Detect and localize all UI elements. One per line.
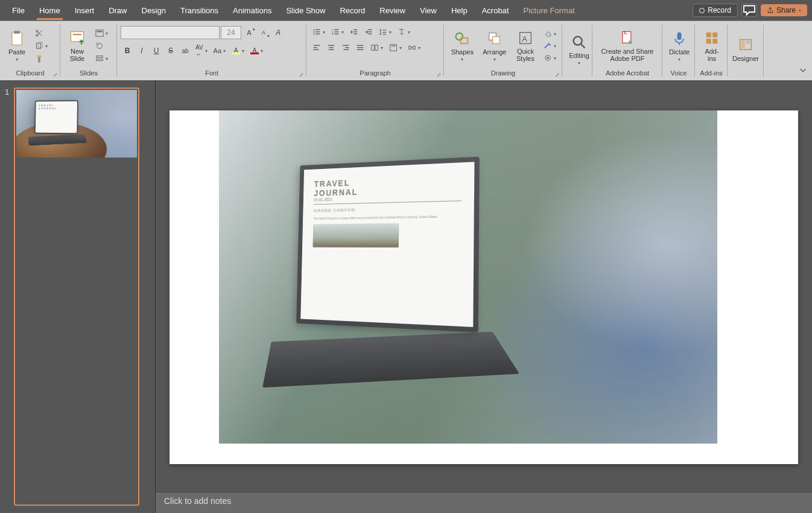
change-case-button[interactable]: Aa▾ bbox=[211, 46, 228, 56]
format-painter-button[interactable] bbox=[33, 53, 46, 65]
highlight-button[interactable]: A▾ bbox=[229, 46, 247, 56]
share-icon bbox=[767, 7, 774, 14]
svg-point-16 bbox=[314, 33, 315, 34]
cut-button[interactable] bbox=[33, 27, 46, 39]
slide-thumbnail[interactable]: TRAVEL JOURNAL bbox=[16, 90, 137, 158]
dialog-launcher[interactable]: ⤢ bbox=[299, 72, 304, 78]
increase-font-button[interactable]: A▴ bbox=[243, 27, 256, 39]
group-label: Paragraph bbox=[360, 69, 390, 77]
tab-view[interactable]: View bbox=[413, 2, 444, 19]
tab-help[interactable]: Help bbox=[444, 2, 475, 19]
svg-rect-47 bbox=[390, 45, 397, 51]
reset-button[interactable] bbox=[93, 40, 106, 52]
svg-rect-10 bbox=[97, 56, 103, 58]
main-area: 1 TRAVEL JOURNAL bbox=[0, 80, 812, 513]
record-icon bbox=[699, 8, 705, 13]
editing-button[interactable]: Editing▾ bbox=[566, 33, 592, 67]
paste-button[interactable]: Paste ▾ bbox=[4, 29, 30, 63]
shape-outline-button[interactable]: ▾ bbox=[541, 40, 559, 51]
section-button[interactable]: ▾ bbox=[93, 53, 110, 64]
decrease-indent-button[interactable] bbox=[347, 26, 361, 38]
group-acrobat: Create and Share Adobe PDF Adobe Acrobat bbox=[592, 21, 662, 80]
slide-thumbnail-panel[interactable]: 1 TRAVEL JOURNAL bbox=[0, 80, 156, 513]
tab-draw[interactable]: Draw bbox=[101, 2, 134, 19]
copy-icon bbox=[35, 42, 43, 50]
tab-file[interactable]: File bbox=[5, 2, 32, 19]
fill-icon bbox=[544, 30, 552, 38]
share-label: Share bbox=[776, 6, 796, 14]
tab-picture-format[interactable]: Picture Format bbox=[516, 2, 582, 19]
align-center-icon bbox=[327, 43, 335, 52]
svg-rect-40 bbox=[345, 47, 349, 48]
chevron-down-icon bbox=[799, 66, 807, 74]
designer-button[interactable]: Designer bbox=[731, 36, 760, 63]
current-slide[interactable]: TRAVEL JOURNAL 25.01.2021 GRAND CANYON T… bbox=[170, 110, 798, 464]
share-button[interactable]: Share ▾ bbox=[761, 4, 807, 16]
copy-button[interactable]: ▾ bbox=[33, 40, 50, 51]
addins-button[interactable]: Add-ins bbox=[699, 28, 725, 63]
notes-placeholder: Click to add notes bbox=[164, 496, 231, 506]
smartart-button[interactable]: ▾ bbox=[405, 42, 423, 53]
tab-acrobat[interactable]: Acrobat bbox=[475, 2, 516, 19]
font-color-button[interactable]: A▾ bbox=[248, 46, 265, 56]
dialog-launcher[interactable]: ⤢ bbox=[53, 72, 58, 78]
svg-rect-41 bbox=[344, 49, 349, 50]
arrange-icon bbox=[486, 30, 503, 47]
shadow-button[interactable]: ab bbox=[179, 45, 192, 57]
comments-button[interactable] bbox=[741, 4, 757, 17]
collapse-ribbon-button[interactable] bbox=[799, 66, 807, 77]
tab-design[interactable]: Design bbox=[135, 2, 173, 19]
font-family-input[interactable] bbox=[121, 26, 220, 39]
spacing-icon: AV↔ bbox=[195, 44, 203, 57]
inserted-picture[interactable]: TRAVEL JOURNAL 25.01.2021 GRAND CANYON T… bbox=[219, 110, 717, 444]
notes-pane[interactable]: Click to add notes bbox=[156, 492, 812, 513]
align-center-button[interactable] bbox=[325, 42, 338, 54]
font-size-input[interactable] bbox=[221, 26, 241, 39]
svg-rect-38 bbox=[329, 49, 334, 50]
dialog-launcher[interactable]: ⤢ bbox=[555, 72, 560, 78]
columns-button[interactable]: ▾ bbox=[368, 42, 385, 53]
increase-indent-button[interactable] bbox=[362, 26, 375, 38]
create-pdf-button[interactable]: Create and Share Adobe PDF bbox=[596, 28, 659, 63]
strikethrough-button[interactable]: S bbox=[164, 45, 177, 57]
tab-slideshow[interactable]: Slide Show bbox=[279, 2, 332, 19]
underline-button[interactable]: U bbox=[150, 45, 163, 57]
svg-rect-34 bbox=[314, 47, 317, 48]
svg-rect-0 bbox=[12, 32, 22, 45]
numbering-button[interactable]: 123▾ bbox=[329, 27, 346, 37]
clear-formatting-button[interactable]: A bbox=[271, 27, 285, 39]
line-spacing-button[interactable]: ▾ bbox=[376, 27, 394, 37]
italic-button[interactable]: I bbox=[135, 45, 148, 57]
tab-home[interactable]: Home bbox=[32, 2, 68, 19]
text-direction-button[interactable]: ▾ bbox=[395, 27, 413, 37]
tab-record[interactable]: Record bbox=[332, 2, 372, 19]
svg-rect-19 bbox=[334, 30, 338, 30]
char-spacing-button[interactable]: AV↔▾ bbox=[193, 43, 210, 59]
dictate-button[interactable]: Dictate▾ bbox=[666, 29, 693, 63]
align-right-button[interactable] bbox=[339, 42, 352, 54]
align-text-button[interactable]: ▾ bbox=[387, 42, 404, 53]
bullets-button[interactable]: ▾ bbox=[310, 27, 328, 37]
tab-transitions[interactable]: Transitions bbox=[173, 2, 226, 19]
layout-button[interactable]: ▾ bbox=[93, 28, 110, 39]
record-button[interactable]: Record bbox=[693, 4, 738, 17]
tab-insert[interactable]: Insert bbox=[68, 2, 102, 19]
slide-thumbnail-selected[interactable]: TRAVEL JOURNAL bbox=[14, 88, 139, 506]
svg-rect-31 bbox=[382, 32, 386, 33]
justify-button[interactable] bbox=[354, 42, 367, 54]
new-slide-button[interactable]: New Slide bbox=[64, 28, 90, 63]
shape-fill-button[interactable]: ▾ bbox=[541, 28, 559, 39]
arrange-button[interactable]: Arrange▾ bbox=[480, 29, 510, 63]
bold-button[interactable]: B bbox=[121, 45, 134, 57]
shape-effects-button[interactable]: ▾ bbox=[541, 53, 559, 63]
align-left-button[interactable] bbox=[310, 42, 323, 54]
dialog-launcher[interactable]: ⤢ bbox=[437, 72, 442, 78]
shapes-button[interactable]: Shapes▾ bbox=[448, 29, 477, 63]
decrease-font-button[interactable]: A▾ bbox=[257, 27, 270, 39]
quick-styles-button[interactable]: A Quick Styles bbox=[512, 28, 539, 63]
numbering-icon: 123 bbox=[331, 28, 340, 36]
svg-rect-42 bbox=[357, 45, 364, 46]
tab-animations[interactable]: Animations bbox=[226, 2, 279, 19]
slide-workspace[interactable]: TRAVEL JOURNAL 25.01.2021 GRAND CANYON T… bbox=[156, 80, 812, 492]
tab-review[interactable]: Review bbox=[372, 2, 413, 19]
